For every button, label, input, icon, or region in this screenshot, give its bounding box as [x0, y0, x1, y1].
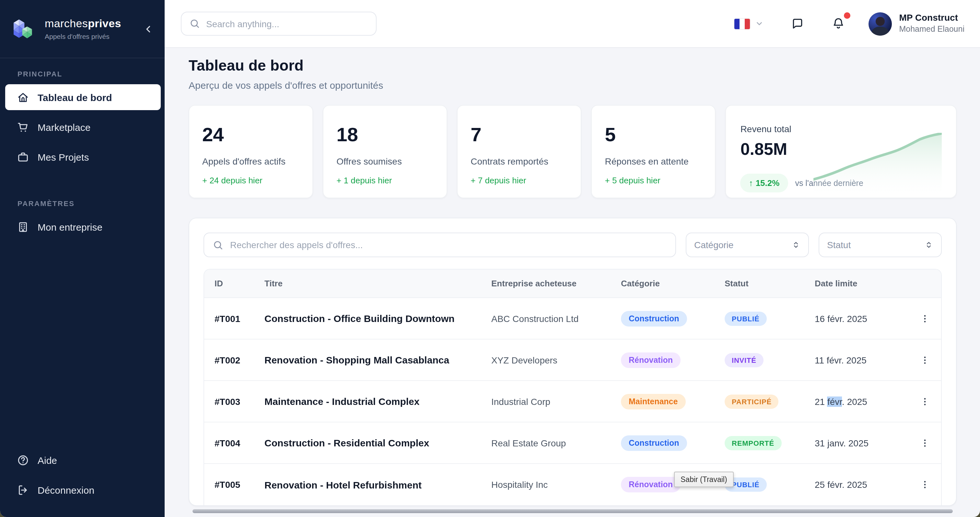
notifications-button[interactable] [828, 13, 849, 34]
col-entreprise: Entreprise acheteuse [491, 279, 621, 288]
text-selection: févr [827, 396, 842, 406]
tender-id: #T002 [204, 355, 264, 365]
tenders-panel: Catégorie Statut ID [189, 218, 957, 506]
stat-delta: + 1 depuis hier [336, 176, 434, 185]
sidebar-item-mon-entreprise[interactable]: Mon entreprise [5, 214, 161, 240]
row-actions-button[interactable] [917, 477, 933, 492]
sidebar-item-label: Marketplace [38, 122, 91, 133]
table-row[interactable]: #T004 Construction - Residential Complex… [204, 422, 941, 464]
status-badge: PARTICIPÉ [725, 394, 779, 409]
table-row[interactable]: #T003 Maintenance - Industrial Complex I… [204, 381, 941, 422]
kebab-menu-icon [920, 355, 930, 365]
row-actions-button[interactable] [917, 435, 933, 450]
sidebar-item-tableau-de-bord[interactable]: Tableau de bord [5, 84, 161, 110]
tender-id: #T003 [204, 396, 264, 406]
category-badge: Construction [621, 435, 687, 450]
nav-section-principal: PRINCIPAL [0, 70, 165, 84]
search-icon [189, 18, 200, 29]
profile-tooltip: Sabir (Travail) [674, 472, 734, 487]
dashboard-main: Tableau de bord Aperçu de vos appels d'o… [165, 48, 980, 517]
tender-title: Renovation - Shopping Mall Casablanca [264, 354, 491, 365]
status-badge: PUBLIÉ [725, 311, 767, 325]
kebab-menu-icon [920, 313, 930, 324]
language-switcher[interactable] [734, 19, 764, 29]
stat-label: Appels d'offres actifs [202, 156, 299, 167]
revenue-card: Revenu total 0.85M ↑15.2% vs l'année der… [725, 105, 957, 198]
col-categorie: Catégorie [621, 279, 725, 288]
kebab-menu-icon [920, 396, 930, 406]
stat-delta: + 7 depuis hier [471, 176, 568, 185]
bottom-scroll-shadow [192, 509, 953, 513]
help-circle-icon [17, 454, 29, 466]
tenders-search-input[interactable] [230, 240, 667, 250]
tenders-search[interactable] [204, 233, 676, 257]
col-date-limite: Date limite [815, 279, 909, 288]
tender-id: #T005 [204, 479, 264, 490]
stat-card-offres-soumises: 18 Offres soumises + 1 depuis hier [323, 105, 447, 198]
sidebar-item-label: Déconnexion [38, 484, 94, 495]
sidebar-collapse-button[interactable] [141, 22, 156, 36]
french-flag-icon [734, 19, 750, 29]
sidebar-item-aide[interactable]: Aide [5, 447, 161, 473]
sidebar-item-label: Mes Projets [38, 151, 89, 162]
tender-buyer: Hospitality Inc [491, 479, 621, 490]
category-select[interactable]: Catégorie [686, 233, 809, 257]
row-actions-button[interactable] [917, 393, 933, 409]
tender-id: #T001 [204, 313, 264, 324]
brand-name: marchesprives [45, 17, 141, 30]
bell-icon [832, 17, 845, 30]
row-actions-button[interactable] [917, 311, 933, 326]
user-name: Mohamed Elaouni [899, 25, 964, 35]
table-row[interactable]: #T002 Renovation - Shopping Mall Casabla… [204, 339, 941, 381]
messages-button[interactable] [787, 13, 808, 34]
page-subtitle: Aperçu de vos appels d'offres et opportu… [189, 80, 957, 91]
tender-id: #T004 [204, 438, 264, 448]
sidebar-item-label: Tableau de bord [38, 92, 112, 103]
revenue-sparkline-chart [813, 133, 942, 195]
stat-label: Contrats remportés [471, 156, 568, 167]
select-chevrons-icon [791, 240, 800, 249]
revenue-delta-pill: ↑15.2% [740, 174, 788, 192]
tender-title: Construction - Office Building Downtown [264, 313, 491, 324]
sidebar-item-marketplace[interactable]: Marketplace [5, 114, 161, 140]
user-menu[interactable]: MP Construct Mohamed Elaouni [869, 12, 964, 35]
table-row[interactable]: #T005 Renovation - Hotel Refurbishment H… [204, 464, 941, 505]
stats-row: 24 Appels d'offres actifs + 24 depuis hi… [189, 105, 957, 198]
sidebar: marchesprives Appels d'offres privés PRI… [0, 0, 165, 517]
category-badge: Rénovation [621, 477, 681, 492]
cart-icon [17, 121, 29, 133]
category-badge: Maintenance [621, 393, 686, 409]
topbar: MP Construct Mohamed Elaouni [165, 0, 980, 48]
global-search-input[interactable] [206, 19, 368, 29]
tender-buyer: Industrial Corp [491, 396, 621, 406]
building-icon [17, 220, 29, 233]
table-row[interactable]: #T001 Construction - Office Building Dow… [204, 298, 941, 339]
stat-value: 24 [202, 124, 299, 146]
briefcase-icon [17, 151, 29, 163]
stat-label: Réponses en attente [605, 156, 702, 167]
stat-card-contrats-remportes: 7 Contrats remportés + 7 depuis hier [457, 105, 581, 198]
sidebar-item-deconnexion[interactable]: Déconnexion [5, 477, 161, 503]
avatar [869, 12, 892, 35]
search-icon [213, 239, 224, 251]
user-company: MP Construct [899, 13, 964, 24]
status-select[interactable]: Statut [819, 233, 942, 257]
stat-value: 5 [605, 124, 702, 146]
sidebar-nav: PRINCIPAL Tableau de bord Marketplace Me… [0, 58, 165, 447]
tenders-table: ID Titre Entreprise acheteuse Catégorie … [204, 269, 942, 505]
status-badge: INVITÉ [725, 353, 764, 367]
brand-logo-icon [10, 16, 36, 42]
global-search[interactable] [181, 12, 377, 36]
chat-icon [791, 17, 804, 30]
page-title: Tableau de bord [189, 57, 957, 75]
sidebar-item-mes-projets[interactable]: Mes Projets [5, 144, 161, 170]
category-badge: Rénovation [621, 352, 681, 368]
tender-buyer: XYZ Developers [491, 355, 621, 365]
select-chevrons-icon [924, 240, 933, 249]
stat-card-appels-actifs: 24 Appels d'offres actifs + 24 depuis hi… [189, 105, 313, 198]
nav-section-parametres: PARAMÈTRES [0, 200, 165, 214]
stat-delta: + 5 depuis hier [605, 176, 702, 185]
row-actions-button[interactable] [917, 352, 933, 368]
status-badge: REMPORTÉ [725, 436, 781, 450]
home-icon [17, 91, 29, 103]
